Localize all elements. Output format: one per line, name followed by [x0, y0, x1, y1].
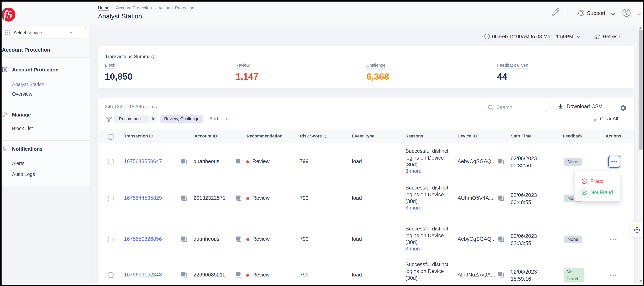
- svg-text:?: ?: [636, 228, 638, 232]
- svg-text:f5: f5: [4, 9, 12, 21]
